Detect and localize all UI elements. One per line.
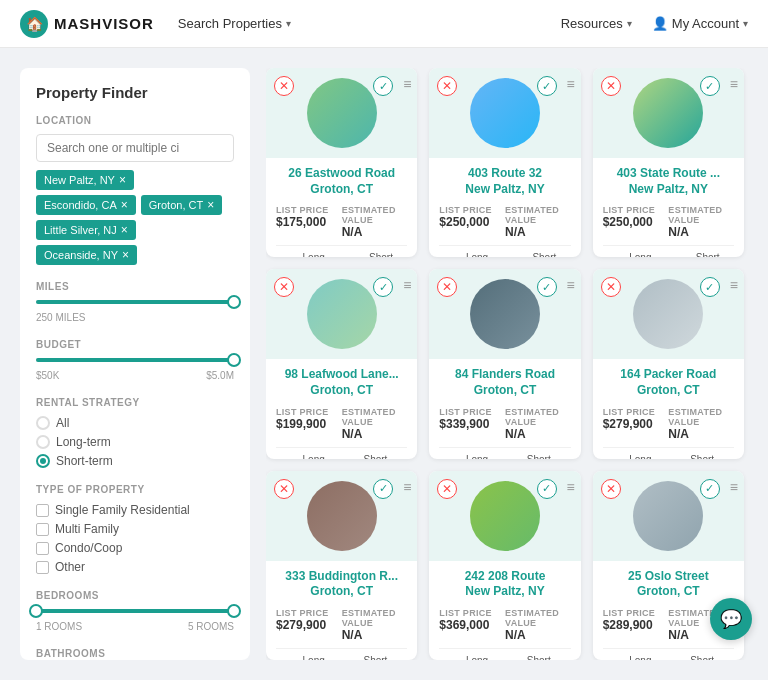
- card-divider: [603, 447, 734, 448]
- short-term-label: Short-term: [532, 252, 559, 257]
- card-address[interactable]: 98 Leafwood Lane...Groton, CT: [276, 367, 407, 398]
- card-address[interactable]: 403 Route 32New Paltz, NY: [439, 166, 570, 197]
- card-image: [470, 78, 540, 148]
- budget-slider[interactable]: $50K $5.0M: [36, 358, 234, 381]
- short-term-label: Short-term: [369, 252, 396, 257]
- card-address[interactable]: 403 State Route ...New Paltz, NY: [603, 166, 734, 197]
- long-term-label: Long-term: [629, 655, 655, 660]
- card-remove-button[interactable]: ✕: [601, 277, 621, 297]
- card-menu-button[interactable]: ≡: [730, 76, 738, 92]
- account-nav[interactable]: 👤 My Account ▾: [652, 16, 748, 31]
- card-menu-button[interactable]: ≡: [403, 76, 411, 92]
- tag-groton[interactable]: Groton, CT ×: [141, 195, 222, 215]
- search-properties-nav[interactable]: Search Properties ▾: [178, 16, 291, 31]
- card-remove-button[interactable]: ✕: [437, 479, 457, 499]
- location-search-input[interactable]: [36, 134, 234, 162]
- card-menu-button[interactable]: ≡: [403, 277, 411, 293]
- list-price-value: $199,900: [276, 417, 342, 431]
- property-type-options: Single Family Residential Multi Family C…: [36, 503, 234, 574]
- checkbox-multifamily: [36, 523, 49, 536]
- card-body: 403 Route 32New Paltz, NY LIST PRICE $25…: [429, 158, 580, 257]
- card-menu-button[interactable]: ≡: [403, 479, 411, 495]
- tag-oceanside-remove[interactable]: ×: [122, 248, 129, 262]
- card-menu-button[interactable]: ≡: [730, 479, 738, 495]
- card-divider: [276, 245, 407, 246]
- card-remove-button[interactable]: ✕: [274, 277, 294, 297]
- card-favorite-button[interactable]: ✓: [537, 76, 557, 96]
- tag-little-silver-remove[interactable]: ×: [121, 223, 128, 237]
- property-card: ✕ ✓ ≡ 333 Buddington R...Groton, CT LIST…: [266, 471, 417, 660]
- account-icon: 👤: [652, 16, 668, 31]
- tag-groton-remove[interactable]: ×: [207, 198, 214, 212]
- tag-oceanside[interactable]: Oceanside, NY ×: [36, 245, 137, 265]
- tag-new-paltz[interactable]: New Paltz, NY ×: [36, 170, 134, 190]
- short-term-group: Short-term 13.50%: [527, 655, 581, 660]
- card-favorite-button[interactable]: ✓: [537, 277, 557, 297]
- type-multifamily[interactable]: Multi Family: [36, 522, 234, 536]
- tag-escondido[interactable]: Escondido, CA ×: [36, 195, 136, 215]
- list-price-value: $250,000: [603, 215, 669, 229]
- bedrooms-label: BEDROOMS: [36, 590, 234, 601]
- card-favorite-button[interactable]: ✓: [537, 479, 557, 499]
- card-favorite-button[interactable]: ✓: [373, 277, 393, 297]
- header-right: Resources ▾ 👤 My Account ▾: [561, 16, 748, 31]
- bedrooms-slider[interactable]: 1 ROOMS 5 ROOMS: [36, 609, 234, 632]
- property-card: ✕ ✓ ≡ 403 Route 32New Paltz, NY LIST PRI…: [429, 68, 580, 257]
- estimated-value-value: N/A: [668, 427, 734, 441]
- tag-little-silver[interactable]: Little Silver, NJ ×: [36, 220, 136, 240]
- card-remove-button[interactable]: ✕: [274, 76, 294, 96]
- card-menu-button[interactable]: ≡: [566, 277, 574, 293]
- chat-button[interactable]: 💬: [710, 598, 752, 640]
- card-top: ✕ ✓ ≡: [266, 471, 417, 561]
- card-price-row: LIST PRICE $279,900 ESTIMATED VALUE N/A: [276, 608, 407, 642]
- card-favorite-button[interactable]: ✓: [373, 479, 393, 499]
- miles-slider[interactable]: 250 MILES: [36, 300, 234, 323]
- card-remove-button[interactable]: ✕: [274, 479, 294, 499]
- rental-short-term[interactable]: Short-term: [36, 454, 234, 468]
- card-favorite-button[interactable]: ✓: [700, 277, 720, 297]
- card-favorite-button[interactable]: ✓: [700, 76, 720, 96]
- card-price-row: LIST PRICE $279,900 ESTIMATED VALUE N/A: [603, 407, 734, 441]
- card-address[interactable]: 333 Buddington R...Groton, CT: [276, 569, 407, 600]
- budget-section: BUDGET $50K $5.0M: [36, 339, 234, 381]
- card-remove-button[interactable]: ✕: [601, 479, 621, 499]
- card-body: 84 Flanders RoadGroton, CT LIST PRICE $3…: [429, 359, 580, 458]
- card-menu-button[interactable]: ≡: [730, 277, 738, 293]
- header: 🏠 MASHVISOR Search Properties ▾ Resource…: [0, 0, 768, 48]
- short-term-group: Short-term 13.19%: [690, 454, 744, 459]
- card-address[interactable]: 25 Oslo StreetGroton, CT: [603, 569, 734, 600]
- card-top: ✕ ✓ ≡: [593, 269, 744, 359]
- list-price-label: LIST PRICE: [276, 205, 342, 215]
- short-term-label: Short-term: [690, 655, 717, 660]
- card-remove-button[interactable]: ✕: [437, 76, 457, 96]
- card-estimated-value-col: ESTIMATED VALUE N/A: [505, 608, 571, 642]
- type-condo[interactable]: Condo/Coop: [36, 541, 234, 555]
- rental-all[interactable]: All: [36, 416, 234, 430]
- list-price-label: LIST PRICE: [439, 407, 505, 417]
- card-favorite-button[interactable]: ✓: [373, 76, 393, 96]
- card-address[interactable]: 164 Packer RoadGroton, CT: [603, 367, 734, 398]
- card-image: [470, 481, 540, 551]
- card-remove-button[interactable]: ✕: [601, 76, 621, 96]
- card-favorite-button[interactable]: ✓: [700, 479, 720, 499]
- card-list-price-col: LIST PRICE $279,900: [603, 407, 669, 441]
- card-address[interactable]: 242 208 RouteNew Paltz, NY: [439, 569, 570, 600]
- card-divider: [439, 648, 570, 649]
- tag-escondido-remove[interactable]: ×: [121, 198, 128, 212]
- type-other[interactable]: Other: [36, 560, 234, 574]
- card-divider: [603, 648, 734, 649]
- type-sfr[interactable]: Single Family Residential: [36, 503, 234, 517]
- card-remove-button[interactable]: ✕: [437, 277, 457, 297]
- rental-long-term[interactable]: Long-term: [36, 435, 234, 449]
- resources-nav[interactable]: Resources ▾: [561, 16, 632, 31]
- checkbox-condo: [36, 542, 49, 555]
- radio-all-circle: [36, 416, 50, 430]
- card-address[interactable]: 26 Eastwood RoadGroton, CT: [276, 166, 407, 197]
- short-term-label: Short-term: [364, 454, 391, 459]
- card-image: [633, 481, 703, 551]
- short-term-group: Short-term 13.34%: [364, 454, 418, 459]
- card-menu-button[interactable]: ≡: [566, 479, 574, 495]
- tag-new-paltz-remove[interactable]: ×: [119, 173, 126, 187]
- card-menu-button[interactable]: ≡: [566, 76, 574, 92]
- card-address[interactable]: 84 Flanders RoadGroton, CT: [439, 367, 570, 398]
